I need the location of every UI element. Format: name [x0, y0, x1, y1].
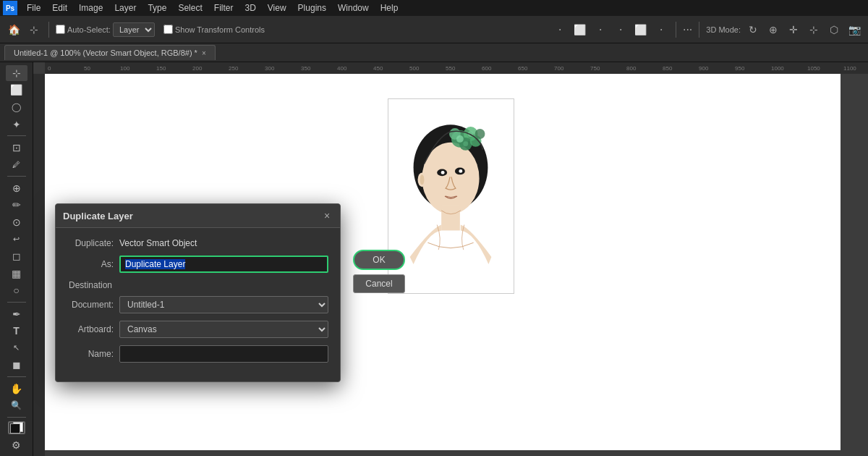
pen-tool[interactable]: ✒ [6, 306, 27, 322]
foreground-color[interactable] [8, 421, 25, 434]
tool-sep-2 [7, 176, 26, 177]
extra-tools[interactable]: ⚙ [6, 437, 27, 453]
menu-filter[interactable]: Filter [209, 1, 239, 14]
app-logo: Ps [3, 1, 17, 15]
svg-point-28 [422, 143, 479, 214]
svg-point-44 [463, 141, 468, 146]
crop-tool[interactable]: ⊡ [6, 140, 27, 156]
more-options-icon[interactable]: ··· [683, 23, 692, 36]
svg-point-41 [475, 129, 485, 139]
tab-bar: Untitled-1 @ 100% (Vector Smart Object, … [0, 43, 868, 62]
lasso-tool[interactable]: ◯ [6, 99, 27, 115]
hand-tool[interactable]: ✋ [6, 381, 27, 397]
artboard-label: Artboard: [67, 324, 119, 334]
align-center-v-icon[interactable]: ⬜ [633, 22, 649, 38]
toolbar-sep-2 [676, 22, 676, 38]
artboard-row: Artboard: Canvas [67, 321, 328, 338]
menu-file[interactable]: File [22, 1, 46, 14]
toolbar-sep-3 [699, 22, 699, 38]
svg-text:100: 100 [120, 65, 130, 72]
main-area: ⊹ ⬜ ◯ ✦ ⊡ 🖉 ⊕ ✏ ⊙ ↩ ◻ ▦ ○ ✒ T ↖ ◼ ✋ 🔍 ⚙ [0, 62, 868, 456]
menu-edit[interactable]: Edit [47, 1, 72, 14]
dialog-actions: OK Cancel [353, 250, 405, 293]
tool-sep-4 [7, 376, 26, 377]
gradient-tool[interactable]: ▦ [6, 266, 27, 282]
path-select-tool[interactable]: ↖ [6, 340, 27, 356]
text-tool[interactable]: T [6, 323, 27, 339]
document-row: Document: Untitled-1 [67, 296, 328, 313]
move-tool-icon[interactable]: ⊹ [26, 22, 42, 38]
menu-type[interactable]: Type [142, 1, 171, 14]
duplicate-row: Duplicate: Vector Smart Object [67, 238, 328, 248]
tab-title: Untitled-1 @ 100% (Vector Smart Object, … [14, 48, 197, 57]
svg-point-32 [441, 171, 445, 174]
eraser-tool[interactable]: ◻ [6, 248, 27, 264]
pan-3d-icon[interactable]: ✛ [786, 22, 801, 38]
ruler-vertical [33, 74, 45, 456]
align-center-h-icon[interactable]: ⬜ [572, 22, 588, 38]
menu-select[interactable]: Select [173, 1, 207, 14]
dialog-titlebar: Duplicate Layer × [56, 204, 340, 228]
name-input[interactable] [119, 345, 328, 363]
align-right-icon[interactable]: ⬝ [592, 22, 608, 38]
tool-sep-5 [7, 417, 26, 418]
document-select[interactable]: Untitled-1 [119, 296, 328, 313]
marquee-tool[interactable]: ⬜ [6, 83, 27, 98]
menu-view[interactable]: View [263, 1, 292, 14]
orbit-3d-icon[interactable]: ⊕ [765, 22, 781, 38]
scale-3d-icon[interactable]: ⬡ [826, 22, 842, 38]
menu-help[interactable]: Help [375, 1, 404, 14]
menu-layer[interactable]: Layer [109, 1, 141, 14]
svg-text:650: 650 [518, 65, 528, 72]
align-bottom-icon[interactable]: ⬝ [653, 22, 669, 38]
svg-text:400: 400 [337, 65, 347, 72]
destination-label: Destination [69, 280, 328, 290]
dodge-tool[interactable]: ○ [6, 283, 27, 299]
svg-text:1100: 1100 [843, 65, 856, 72]
svg-text:0: 0 [48, 65, 51, 72]
duplicate-value: Vector Smart Object [119, 238, 197, 248]
zoom-tool[interactable]: 🔍 [6, 398, 27, 414]
3d-mode-label: 3D Mode: [706, 25, 741, 34]
svg-text:350: 350 [301, 65, 311, 72]
as-row: As: [67, 256, 328, 273]
rotate-3d-icon[interactable]: ↻ [745, 22, 761, 38]
spot-heal-tool[interactable]: ⊕ [6, 180, 27, 196]
history-brush-tool[interactable]: ↩ [6, 232, 27, 248]
camera-icon[interactable]: 📷 [846, 22, 862, 38]
document-tab[interactable]: Untitled-1 @ 100% (Vector Smart Object, … [4, 45, 216, 60]
shape-tool[interactable]: ◼ [6, 358, 27, 373]
as-input[interactable] [119, 256, 328, 273]
name-row: Name: [67, 345, 328, 363]
home-icon[interactable]: 🏠 [6, 22, 22, 38]
tab-close-button[interactable]: × [202, 49, 206, 57]
show-transform-checkbox[interactable] [163, 25, 173, 34]
menu-3d[interactable]: 3D [239, 1, 260, 14]
show-transform-label: Show Transform Controls [175, 25, 265, 34]
dialog-close-button[interactable]: × [321, 210, 333, 221]
auto-select-checkbox[interactable] [56, 25, 65, 34]
cancel-button[interactable]: Cancel [353, 274, 405, 293]
eyedropper-tool[interactable]: 🖉 [6, 157, 27, 173]
svg-text:50: 50 [84, 65, 90, 72]
align-left-icon[interactable]: ⬝ [552, 22, 568, 38]
ok-button[interactable]: OK [353, 250, 405, 270]
svg-text:750: 750 [590, 65, 600, 72]
slide-3d-icon[interactable]: ⊹ [806, 22, 822, 38]
menu-window[interactable]: Window [333, 1, 374, 14]
auto-select-dropdown[interactable]: Layer [113, 22, 155, 37]
show-transform-area: Show Transform Controls [163, 25, 265, 34]
artboard-select[interactable]: Canvas [119, 321, 328, 338]
align-top-icon[interactable]: ⬝ [613, 22, 629, 38]
svg-text:700: 700 [554, 65, 564, 72]
menu-plugins[interactable]: Plugins [293, 1, 331, 14]
brush-tool[interactable]: ✏ [6, 198, 27, 214]
svg-point-33 [459, 169, 462, 173]
stamp-tool[interactable]: ⊙ [6, 214, 27, 230]
menu-image[interactable]: Image [74, 1, 108, 14]
canvas-area: // ticks drawn inline via SVG text 0 50 … [33, 62, 868, 456]
magic-wand-tool[interactable]: ✦ [6, 117, 27, 132]
tool-sep-1 [7, 135, 26, 136]
svg-text:1000: 1000 [771, 65, 784, 72]
move-tool[interactable]: ⊹ [6, 65, 27, 81]
